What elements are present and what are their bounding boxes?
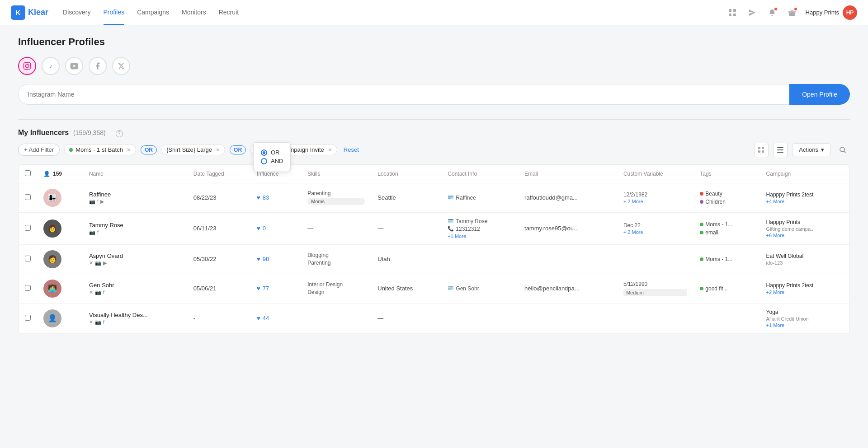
campaign-name[interactable]: Happpy Prints bbox=[766, 219, 843, 225]
actions-button[interactable]: Actions ▾ bbox=[792, 143, 831, 156]
instagram-icon[interactable]: 📷 bbox=[95, 260, 101, 266]
campaign-more[interactable]: +1 More bbox=[766, 322, 843, 328]
header-name[interactable]: Name bbox=[83, 165, 187, 183]
heart-icon: ♥ bbox=[257, 225, 260, 232]
add-filter-button[interactable]: + Add Filter bbox=[18, 144, 60, 156]
header-location[interactable]: Location bbox=[371, 165, 441, 183]
table-search-icon[interactable] bbox=[835, 143, 850, 157]
radio-and[interactable]: AND bbox=[261, 158, 283, 164]
header-count: 👤 159 bbox=[37, 165, 83, 183]
nav-profiles[interactable]: Profiles bbox=[104, 0, 125, 25]
nav-links: Discovery Profiles Campaigns Monitors Re… bbox=[63, 0, 726, 25]
svg-rect-15 bbox=[777, 152, 783, 153]
help-icon[interactable]: ? bbox=[116, 130, 123, 137]
campaign-more[interactable]: +4 More bbox=[766, 199, 843, 204]
open-profile-button[interactable]: Open Profile bbox=[789, 84, 850, 105]
logo[interactable]: K Klear bbox=[11, 5, 48, 20]
select-all-checkbox[interactable] bbox=[25, 170, 31, 176]
instagram-icon[interactable]: 📷 bbox=[95, 289, 101, 295]
twitter-icon[interactable]: ✕ bbox=[89, 319, 93, 325]
header-custom-variable[interactable]: Custom Variable bbox=[617, 165, 693, 183]
campaign-name[interactable]: Yoga bbox=[766, 309, 843, 315]
tab-tiktok[interactable]: ♪ bbox=[42, 57, 60, 75]
youtube-icon[interactable]: ▶ bbox=[103, 260, 107, 266]
row-influence: ♥ 44 bbox=[250, 303, 301, 333]
filter-close-icon[interactable]: ✕ bbox=[328, 147, 332, 153]
search-input[interactable] bbox=[28, 84, 780, 104]
skill-tag: Blogging bbox=[307, 252, 365, 258]
row-location: — bbox=[371, 212, 441, 244]
radio-or-btn[interactable] bbox=[261, 149, 267, 156]
nav-discovery[interactable]: Discovery bbox=[63, 0, 90, 25]
or-badge-2[interactable]: OR bbox=[230, 145, 246, 154]
nav-monitors[interactable]: Monitors bbox=[182, 0, 206, 25]
facebook-icon[interactable]: f bbox=[97, 229, 99, 235]
header-campaign[interactable]: Campaign bbox=[760, 165, 849, 183]
instagram-icon[interactable]: 📷 bbox=[95, 319, 101, 325]
instagram-icon[interactable]: 📷 bbox=[89, 229, 95, 235]
row-checkbox[interactable] bbox=[25, 285, 31, 291]
bell-icon[interactable] bbox=[766, 6, 778, 19]
influencer-name[interactable]: Raffinee bbox=[89, 191, 111, 198]
nav-campaigns[interactable]: Campaigns bbox=[137, 0, 169, 25]
row-campaign: Yoga Alliant Credit Union +1 More bbox=[760, 303, 849, 333]
nav-recruit[interactable]: Recruit bbox=[219, 0, 239, 25]
row-date-tagged: 06/11/23 bbox=[187, 212, 250, 244]
row-influence: ♥ 77 bbox=[250, 274, 301, 303]
influence-value: 44 bbox=[263, 315, 269, 322]
facebook-icon[interactable]: f bbox=[103, 289, 104, 295]
skill-tag: Design bbox=[307, 289, 365, 295]
twitter-icon[interactable]: ✕ bbox=[89, 260, 93, 266]
tab-facebook[interactable] bbox=[89, 57, 107, 75]
twitter-icon[interactable]: ✕ bbox=[89, 289, 93, 295]
svg-rect-13 bbox=[777, 147, 783, 148]
heart-icon: ♥ bbox=[257, 256, 260, 262]
grid-view-btn[interactable] bbox=[754, 143, 769, 157]
tag-label: email bbox=[705, 229, 718, 236]
filter-close-icon[interactable]: ✕ bbox=[216, 147, 220, 153]
campaign-more[interactable]: +6 More bbox=[766, 233, 843, 238]
social-icons: ✕ 📷 ▶ bbox=[89, 260, 181, 266]
facebook-icon[interactable]: f bbox=[97, 199, 99, 205]
filter-tag-moms[interactable]: Moms - 1 st Batch ✕ bbox=[64, 144, 136, 155]
row-checkbox[interactable] bbox=[25, 315, 31, 321]
header-contact-info[interactable]: Contact Info bbox=[441, 165, 518, 183]
tab-twitter[interactable] bbox=[112, 57, 130, 75]
campaign-name[interactable]: Eat Well Global bbox=[766, 253, 843, 259]
list-view-btn[interactable] bbox=[773, 143, 788, 157]
grid-icon[interactable] bbox=[726, 6, 739, 19]
reset-link[interactable]: Reset bbox=[344, 146, 359, 153]
influencer-name[interactable]: Aspyn Ovard bbox=[89, 252, 181, 259]
row-email bbox=[518, 244, 617, 274]
radio-or[interactable]: OR bbox=[261, 149, 283, 156]
facebook-icon[interactable]: f bbox=[103, 319, 104, 325]
filter-tag-shirt[interactable]: {Shirt Size} Large ✕ bbox=[161, 144, 225, 155]
filter-close-icon[interactable]: ✕ bbox=[127, 147, 131, 153]
cv-more[interactable]: + 2 More bbox=[623, 229, 687, 235]
campaign-name[interactable]: Happpy Prints 2test bbox=[766, 191, 843, 198]
influencer-name[interactable]: Gen Sohr bbox=[89, 282, 181, 289]
influencer-name[interactable]: Tammy Rose bbox=[89, 222, 181, 229]
youtube-icon[interactable]: ▶ bbox=[100, 199, 104, 205]
campaign-name[interactable]: Happpy Prints 2test bbox=[766, 282, 843, 289]
tab-instagram[interactable] bbox=[18, 57, 36, 75]
row-checkbox[interactable] bbox=[25, 256, 31, 261]
user-menu[interactable]: Happy Prints HP bbox=[806, 5, 857, 20]
row-checkbox[interactable] bbox=[25, 194, 31, 200]
header-date-tagged[interactable]: Date Tagged bbox=[187, 165, 250, 183]
contact-more[interactable]: +1 More bbox=[448, 233, 512, 239]
influencer-name[interactable]: Visually Healthy Des... bbox=[89, 312, 181, 318]
row-checkbox[interactable] bbox=[25, 225, 31, 231]
row-influence: ♥ 83 bbox=[250, 183, 301, 212]
send-icon[interactable] bbox=[746, 6, 759, 19]
header-email[interactable]: Email bbox=[518, 165, 617, 183]
header-skills[interactable]: Skills bbox=[301, 165, 371, 183]
gift-icon[interactable] bbox=[786, 6, 798, 19]
cv-more[interactable]: + 2 More bbox=[623, 199, 687, 204]
campaign-more[interactable]: +2 More bbox=[766, 289, 843, 295]
instagram-icon[interactable]: 📷 bbox=[89, 199, 95, 205]
header-tags[interactable]: Tags bbox=[693, 165, 760, 183]
tab-youtube[interactable] bbox=[65, 57, 83, 75]
or-badge-1[interactable]: OR bbox=[141, 145, 157, 154]
radio-and-btn[interactable] bbox=[261, 158, 267, 164]
